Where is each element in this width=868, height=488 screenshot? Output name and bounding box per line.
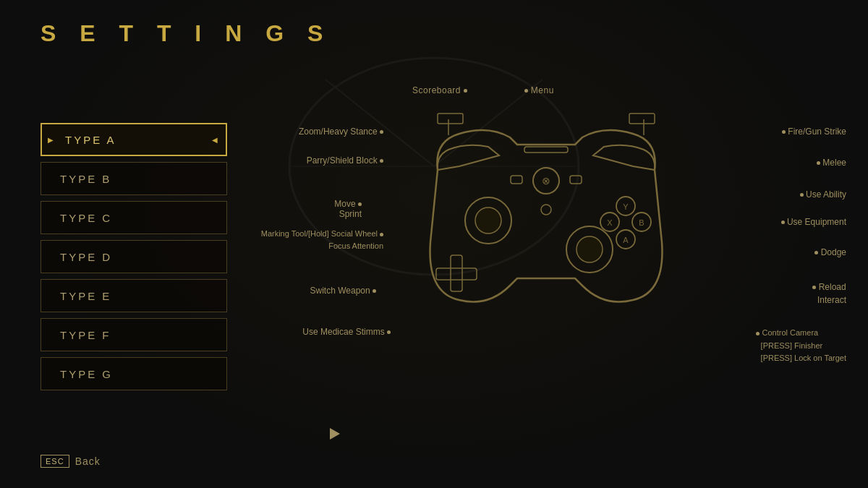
dodge-label: Dodge: [814, 247, 846, 257]
svg-rect-8: [524, 147, 568, 153]
svg-text:A: A: [623, 236, 629, 244]
back-button[interactable]: ESC Back: [41, 455, 101, 468]
zoom-label: Zoom/Heavy Stance: [246, 127, 383, 137]
esc-key: ESC: [41, 455, 69, 468]
type-list: TYPE A TYPE B TYPE C TYPE D TYPE E TYPE …: [41, 123, 227, 390]
menu-label: Menu: [524, 85, 554, 95]
svg-text:⊗: ⊗: [542, 175, 550, 187]
type-e-label: TYPE E: [60, 290, 111, 302]
type-b-label: TYPE B: [60, 173, 111, 185]
type-f-label: TYPE F: [60, 329, 111, 341]
ability-label: Use Ability: [800, 189, 846, 200]
mouse-cursor: [330, 428, 340, 440]
fire-label: Fire/Gun Strike: [782, 127, 846, 137]
move-label: Move Sprint: [246, 199, 362, 219]
type-g-item[interactable]: TYPE G: [41, 357, 227, 390]
svg-text:B: B: [639, 218, 644, 227]
settings-page: S E T T I N G S TYPE A TYPE B TYPE C TYP…: [0, 0, 868, 488]
switch-label: Switch Weapon: [246, 286, 376, 296]
type-b-item[interactable]: TYPE B: [41, 162, 227, 195]
camera-label: Control Camera [PRESS] Finisher [PRESS] …: [756, 327, 846, 365]
svg-rect-5: [438, 114, 463, 124]
svg-rect-18: [451, 255, 462, 291]
svg-rect-19: [436, 268, 477, 280]
svg-point-15: [475, 207, 501, 234]
reload-label: Reload Interact: [812, 281, 846, 307]
type-g-label: TYPE G: [60, 368, 113, 380]
type-d-label: TYPE D: [60, 251, 112, 263]
controller-diagram: ⊗ Y X B A: [246, 58, 846, 463]
svg-point-17: [576, 236, 603, 262]
parry-label: Parry/Shield Block: [246, 155, 383, 166]
equipment-label: Use Equipment: [781, 217, 846, 227]
marking-label: Marking Tool/[Hold] Social Wheel Focus A…: [246, 228, 383, 252]
type-a-item[interactable]: TYPE A: [41, 123, 227, 156]
type-a-label: TYPE A: [65, 134, 116, 146]
svg-text:X: X: [607, 218, 613, 227]
back-label: Back: [75, 455, 101, 467]
type-c-item[interactable]: TYPE C: [41, 201, 227, 234]
svg-point-13: [541, 205, 551, 215]
svg-rect-12: [511, 176, 522, 184]
type-f-item[interactable]: TYPE F: [41, 318, 227, 351]
svg-rect-11: [570, 176, 582, 184]
melee-label: Melee: [817, 158, 846, 168]
type-e-item[interactable]: TYPE E: [41, 279, 227, 312]
medicae-label: Use Medicae Stimms: [246, 327, 391, 337]
type-d-item[interactable]: TYPE D: [41, 240, 227, 273]
page-title: S E T T I N G S: [41, 20, 331, 47]
scoreboard-label: Scoreboard: [412, 85, 467, 95]
type-c-label: TYPE C: [60, 212, 112, 224]
svg-text:Y: Y: [623, 202, 629, 211]
svg-rect-7: [629, 114, 655, 124]
